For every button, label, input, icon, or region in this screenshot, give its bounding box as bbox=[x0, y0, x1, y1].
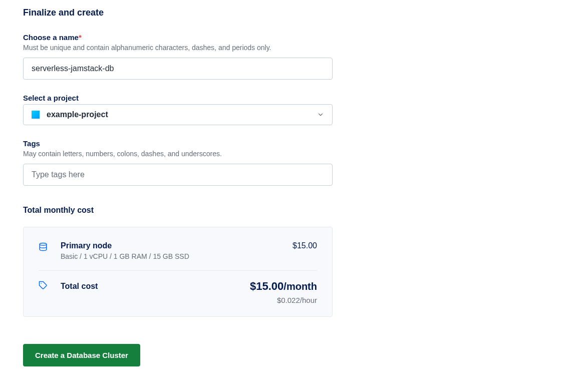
chevron-down-icon bbox=[317, 111, 324, 118]
tags-input[interactable] bbox=[23, 164, 333, 186]
total-cost-hourly: $0.022/hour bbox=[250, 296, 317, 304]
primary-node-specs: Basic / 1 vCPU / 1 GB RAM / 15 GB SSD bbox=[61, 252, 189, 260]
primary-node-price: $15.00 bbox=[293, 241, 317, 250]
cost-title: Total monthly cost bbox=[23, 206, 553, 215]
total-cost-row: Total cost $15.00/month $0.022/hour bbox=[39, 280, 317, 304]
tags-label: Tags bbox=[23, 139, 333, 148]
tags-hint: May contain letters, numbers, colons, da… bbox=[23, 150, 333, 158]
name-field-group: Choose a name* Must be unique and contai… bbox=[23, 33, 333, 80]
database-icon bbox=[39, 242, 48, 251]
name-label: Choose a name* bbox=[23, 33, 333, 42]
cost-divider bbox=[39, 270, 317, 271]
project-select-value: example-project bbox=[47, 110, 317, 119]
primary-node-row: Primary node Basic / 1 vCPU / 1 GB RAM /… bbox=[39, 241, 317, 260]
name-input[interactable] bbox=[23, 58, 333, 80]
primary-node-label: Primary node bbox=[61, 241, 189, 250]
total-cost-price: $15.00 bbox=[250, 280, 283, 292]
tags-field-group: Tags May contain letters, numbers, colon… bbox=[23, 139, 333, 186]
project-icon bbox=[32, 111, 40, 119]
project-field-group: Select a project example-project bbox=[23, 94, 333, 125]
cost-summary-box: Primary node Basic / 1 vCPU / 1 GB RAM /… bbox=[23, 227, 333, 317]
create-cluster-button[interactable]: Create a Database Cluster bbox=[23, 344, 140, 366]
total-cost-label: Total cost bbox=[61, 280, 98, 291]
svg-point-0 bbox=[40, 243, 47, 246]
required-asterisk: * bbox=[79, 33, 82, 42]
name-hint: Must be unique and contain alphanumeric … bbox=[23, 44, 333, 52]
price-tag-icon bbox=[39, 281, 48, 290]
project-select[interactable]: example-project bbox=[23, 104, 333, 125]
total-cost-unit: /month bbox=[283, 281, 317, 292]
section-title: Finalize and create bbox=[23, 8, 553, 18]
project-label: Select a project bbox=[23, 94, 333, 102]
